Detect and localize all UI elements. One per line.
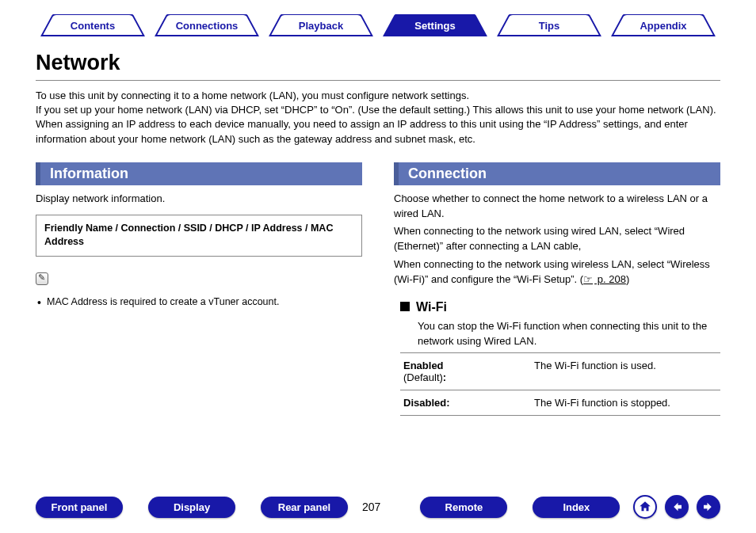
footer-nav: Front panelDisplayRear panel 207 RemoteI… (36, 495, 720, 519)
next-page-button[interactable] (697, 495, 720, 519)
option-label: Enabled(Default): (403, 360, 534, 383)
connection-desc: When connecting to the network using wir… (394, 257, 720, 287)
home-button[interactable] (633, 495, 657, 519)
info-fields-box: Friendly Name / Connection / SSID / DHCP… (36, 215, 362, 257)
note-item: MAC Address is required to create a vTun… (37, 295, 362, 310)
tab-label: Appendix (606, 14, 720, 36)
page-title: Network (36, 51, 720, 75)
text: ) (626, 273, 629, 285)
tab-contents[interactable]: Contents (36, 14, 150, 36)
wifi-heading-text: Wi-Fi (416, 300, 447, 314)
remote-button[interactable]: Remote (420, 497, 507, 518)
tab-appendix[interactable]: Appendix (606, 14, 720, 36)
front-panel-button[interactable]: Front panel (36, 497, 123, 518)
connection-desc: Choose whether to connect the home netwo… (394, 192, 720, 222)
arrow-left-icon (670, 500, 684, 514)
display-button[interactable]: Display (148, 497, 235, 518)
tab-tips[interactable]: Tips (492, 14, 606, 36)
tab-settings[interactable]: Settings (378, 14, 492, 36)
section-header-information: Information (36, 162, 362, 185)
wifi-options-table: Enabled(Default):The Wi-Fi function is u… (400, 352, 720, 416)
tab-label: Playback (264, 14, 378, 36)
section-header-connection: Connection (394, 162, 720, 185)
title-separator (36, 80, 720, 81)
option-description: The Wi-Fi function is stopped. (534, 397, 717, 409)
tab-label: Connections (150, 14, 264, 36)
prev-page-button[interactable] (665, 495, 689, 519)
square-bullet-icon (400, 302, 410, 311)
tab-connections[interactable]: Connections (150, 14, 264, 36)
tab-label: Settings (378, 14, 492, 36)
tab-label: Contents (36, 14, 150, 36)
page-number: 207 (362, 501, 380, 513)
home-icon (638, 500, 652, 514)
option-label: Disabled: (403, 397, 534, 409)
wifi-description: You can stop the Wi-Fi function when con… (418, 319, 720, 349)
intro-line: When assigning an IP address to each dev… (36, 117, 720, 146)
top-nav-tabs: ContentsConnectionsPlaybackSettingsTipsA… (36, 0, 720, 40)
index-button[interactable]: Index (533, 497, 620, 518)
note-list: MAC Address is required to create a vTun… (36, 295, 362, 310)
left-column: Information Display network information.… (36, 162, 362, 416)
intro-line: To use this unit by connecting it to a h… (36, 89, 720, 103)
option-row: Enabled(Default):The Wi-Fi function is u… (400, 353, 720, 390)
info-description: Display network information. (36, 192, 362, 207)
page-link-208[interactable]: p. 208 (583, 273, 626, 285)
option-description: The Wi-Fi function is used. (534, 360, 717, 383)
tab-label: Tips (492, 14, 606, 36)
pencil-icon (36, 272, 48, 285)
text: When connecting to the network using wir… (394, 258, 710, 285)
right-column: Connection Choose whether to connect the… (394, 162, 720, 416)
connection-desc: When connecting to the network using wir… (394, 224, 720, 254)
wifi-heading: Wi-Fi (400, 300, 720, 314)
intro-line: If you set up your home network (LAN) vi… (36, 103, 720, 117)
rear-panel-button[interactable]: Rear panel (261, 497, 348, 518)
tab-playback[interactable]: Playback (264, 14, 378, 36)
arrow-right-icon (701, 500, 716, 514)
option-row: Disabled:The Wi-Fi function is stopped. (400, 390, 720, 416)
intro-text: To use this unit by connecting it to a h… (36, 89, 720, 147)
